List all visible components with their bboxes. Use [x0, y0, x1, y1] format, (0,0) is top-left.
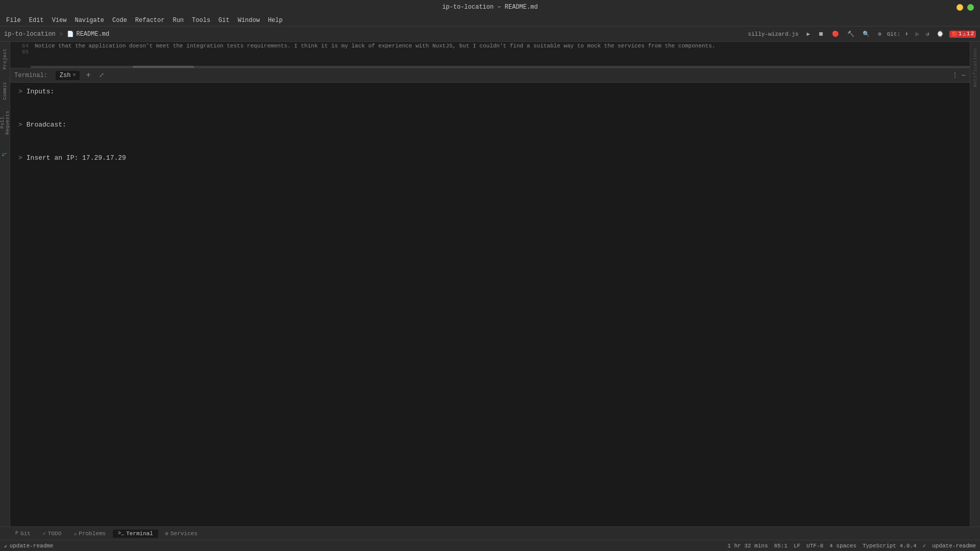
tab-services[interactable]: ⚙ Services: [160, 530, 203, 538]
git-tab-label: Git: [20, 531, 31, 537]
editor-line-64: Notice that the application doesn't meet…: [35, 43, 966, 49]
stop-btn[interactable]: ⏹: [816, 30, 826, 38]
menu-bar: File Edit View Navigate Code Refactor Ru…: [0, 14, 980, 27]
window-controls: [957, 4, 974, 11]
terminal-header: Terminal: Zsh × + ⤢ ⋮ −: [10, 68, 970, 83]
window-title: ip-to-location – README.md: [442, 4, 537, 11]
main-area: Project Commit Pull Requests ⎇ 64 65 Not…: [0, 42, 980, 527]
terminal-header-right: ⋮ −: [951, 71, 966, 80]
tab-todo[interactable]: ✓ TODO: [38, 530, 66, 538]
git-label: Git:: [887, 31, 900, 37]
terminal-tab-zsh[interactable]: Zsh ×: [56, 71, 80, 80]
terminal-text-4: Insert an IP: 17.29.17.29: [27, 153, 126, 164]
maximize-btn[interactable]: [967, 4, 974, 11]
services-tab-label: Services: [170, 531, 198, 537]
toolbar-right: silly-wizard.js ▶ ⏹ 🔴 🔨 🔍 ⚙ Git: ⬇ ▷ ↺ ⌚…: [745, 30, 976, 38]
terminal-close-icon[interactable]: ×: [72, 72, 76, 78]
status-time[interactable]: 1 hr 32 mins: [727, 543, 768, 549]
settings-btn[interactable]: ⚙: [875, 30, 884, 38]
expand-terminal-btn[interactable]: ⤢: [97, 71, 106, 79]
todo-tab-label: TODO: [48, 531, 61, 537]
info-count: 2: [971, 31, 974, 37]
terminal-tab-name: Zsh: [60, 72, 71, 79]
menu-file[interactable]: File: [2, 16, 25, 25]
git-commit-btn[interactable]: ⬇: [902, 30, 911, 38]
bottom-tabs: P Git ✓ TODO ⚠ Problems >_ Terminal ⚙ Se…: [0, 527, 980, 540]
menu-tools[interactable]: Tools: [188, 16, 214, 25]
status-branch[interactable]: ↙ update-readme: [4, 542, 53, 549]
scrollbar-thumb[interactable]: [133, 66, 194, 68]
status-branch-right[interactable]: update-readme: [932, 543, 976, 549]
horizontal-scrollbar[interactable]: [31, 66, 970, 68]
sidebar-pull-requests-icon[interactable]: Pull Requests: [0, 107, 10, 138]
menu-view[interactable]: View: [48, 16, 71, 25]
search-toolbar-btn[interactable]: 🔍: [860, 30, 872, 38]
terminal-spacer-3: [18, 133, 962, 153]
terminal-content[interactable]: > Inputs: > Broadcast: > Insert an IP: 1…: [10, 83, 970, 527]
terminal-text-2: Broadcast:: [27, 120, 66, 131]
menu-navigate[interactable]: Navigate: [70, 16, 108, 25]
menu-git[interactable]: Git: [214, 16, 234, 25]
status-line-ending[interactable]: LF: [794, 543, 800, 549]
status-language[interactable]: TypeScript 4.9.4: [863, 543, 917, 549]
terminal-tab-label: Terminal: [126, 531, 153, 537]
debug-btn[interactable]: 🔴: [829, 30, 842, 38]
run-btn[interactable]: ▶: [804, 30, 813, 38]
minimize-btn[interactable]: [957, 4, 963, 11]
editor-scroll-area[interactable]: 64 65 Notice that the application doesn'…: [10, 42, 970, 68]
status-cursor[interactable]: 65:1: [774, 543, 787, 549]
build-btn[interactable]: 🔨: [845, 30, 857, 38]
terminal-text-0: Inputs:: [27, 87, 55, 97]
terminal-label: Terminal:: [14, 72, 47, 79]
terminal-prompt-4: >: [18, 153, 22, 164]
todo-tab-icon: ✓: [43, 531, 46, 537]
sidebar-git-icon[interactable]: ⎇: [0, 139, 10, 169]
sidebar-project-label: Project: [3, 48, 8, 69]
sidebar-commit-icon[interactable]: Commit: [0, 76, 10, 106]
menu-window[interactable]: Window: [234, 16, 264, 25]
file-icon: 📄: [67, 31, 74, 37]
git-fetch-btn[interactable]: ↺: [923, 30, 932, 38]
right-sidebar: Notifications: [970, 42, 980, 527]
warning-count: 1: [967, 31, 970, 37]
error-badge[interactable]: 🔴 1 ⚠ 1 2: [949, 31, 976, 38]
error-icon: 🔴: [951, 31, 958, 37]
terminal-spacer-1: [18, 99, 962, 120]
services-tab-icon: ⚙: [165, 531, 168, 537]
breadcrumb-sep: >: [60, 31, 63, 37]
editor-content: Notice that the application doesn't meet…: [31, 42, 970, 68]
git-push-btn[interactable]: ▷: [913, 30, 922, 38]
menu-run[interactable]: Run: [168, 16, 188, 25]
terminal-prompt-0: >: [18, 87, 22, 97]
tab-terminal[interactable]: >_ Terminal: [113, 530, 158, 538]
terminal-tab-icon: >_: [118, 531, 124, 536]
status-encoding[interactable]: UTF-8: [806, 543, 823, 549]
editor-area: 64 65 Notice that the application doesn'…: [10, 42, 970, 527]
line-number-64: 64: [12, 43, 29, 49]
terminal-line-0: > Inputs:: [18, 87, 962, 97]
sidebar-commit-label: Commit: [3, 82, 8, 99]
branch-icon: ↙: [4, 542, 8, 549]
problems-tab-label: Problems: [79, 531, 106, 537]
menu-help[interactable]: Help: [264, 16, 287, 25]
git-history-btn[interactable]: ⌚: [934, 30, 946, 38]
status-indent[interactable]: 4 spaces: [829, 543, 856, 549]
add-terminal-btn[interactable]: +: [84, 71, 93, 80]
menu-refactor[interactable]: Refactor: [131, 16, 169, 25]
sidebar-project-icon[interactable]: Project: [0, 44, 10, 74]
status-check[interactable]: ✓: [923, 542, 926, 549]
breadcrumb-file[interactable]: 📄 README.md: [67, 31, 109, 38]
branch-name: update-readme: [10, 543, 54, 549]
terminal-line-2: > Broadcast:: [18, 120, 962, 131]
tab-git[interactable]: P Git: [10, 530, 36, 538]
terminal-minimize-btn[interactable]: −: [962, 71, 966, 80]
breadcrumb-project[interactable]: ip-to-location: [4, 31, 56, 38]
plugin-label[interactable]: silly-wizard.js: [745, 30, 801, 38]
tab-problems[interactable]: ⚠ Problems: [68, 530, 111, 538]
error-count: 1: [959, 31, 962, 37]
breadcrumb-filename: README.md: [76, 31, 109, 38]
terminal-more-btn[interactable]: ⋮: [951, 71, 959, 80]
menu-code[interactable]: Code: [108, 16, 131, 25]
status-bar-right: 1 hr 32 mins 65:1 LF UTF-8 4 spaces Type…: [727, 542, 976, 549]
menu-edit[interactable]: Edit: [25, 16, 48, 25]
